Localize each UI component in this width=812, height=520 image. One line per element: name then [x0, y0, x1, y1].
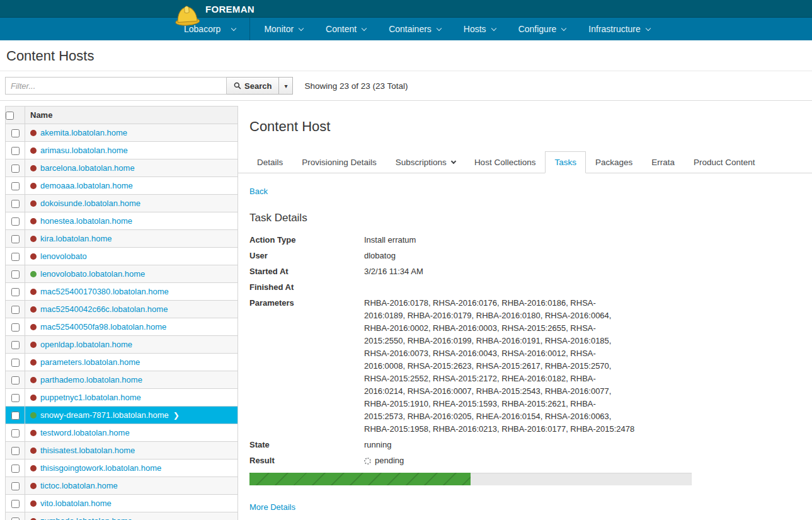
- row-checkbox[interactable]: [11, 165, 20, 173]
- row-checkbox[interactable]: [11, 253, 20, 261]
- row-checkbox[interactable]: [11, 235, 20, 243]
- host-link[interactable]: arimasu.lobatolan.home: [40, 146, 128, 155]
- host-link[interactable]: testword.lobatolan.home: [40, 428, 130, 437]
- row-checkbox[interactable]: [11, 341, 20, 349]
- nav-item[interactable]: Monitor: [253, 18, 314, 40]
- select-all-checkbox[interactable]: [6, 112, 14, 120]
- table-row[interactable]: tictoc.lobatolan.home❯: [6, 477, 238, 495]
- nav-item[interactable]: Hosts: [452, 18, 507, 40]
- row-checkbox[interactable]: [11, 517, 20, 520]
- table-row[interactable]: lenovolobato❯: [6, 248, 238, 265]
- host-link[interactable]: openldap.lobatolan.home: [40, 340, 132, 349]
- host-link[interactable]: parthademo.lobatolan.home: [40, 375, 142, 384]
- search-input[interactable]: [5, 77, 227, 95]
- table-row[interactable]: mac52540050fa98.lobatolan.home❯: [6, 318, 238, 336]
- host-link[interactable]: akemita.lobatolan.home: [40, 128, 127, 137]
- tab[interactable]: Errata: [642, 151, 684, 173]
- table-row[interactable]: dokoisunde.lobatolan.home❯: [6, 195, 238, 212]
- table-row[interactable]: openldap.lobatolan.home❯: [6, 336, 238, 354]
- host-link[interactable]: thisisatest.lobatolan.home: [40, 446, 135, 455]
- back-link[interactable]: Back: [249, 187, 268, 196]
- row-checkbox[interactable]: [11, 359, 20, 367]
- table-row[interactable]: zumbado.lobatolan.home❯: [6, 512, 238, 520]
- host-link[interactable]: thisisgoingtowork.lobatolan.home: [40, 463, 161, 473]
- row-checkbox[interactable]: [11, 200, 20, 208]
- host-link[interactable]: demoaaa.lobatolan.home: [40, 181, 133, 190]
- row-checkbox[interactable]: [11, 129, 20, 137]
- table-row[interactable]: demoaaa.lobatolan.home❯: [6, 177, 238, 195]
- tab[interactable]: Packages: [586, 151, 642, 173]
- row-checkbox[interactable]: [11, 217, 20, 226]
- host-link[interactable]: barcelona.lobatolan.home: [40, 163, 135, 173]
- table-row[interactable]: honestea.lobatolan.home❯: [6, 212, 238, 230]
- row-checkbox[interactable]: [11, 270, 20, 279]
- nav-item[interactable]: Containers: [377, 18, 452, 40]
- host-link[interactable]: parameters.lobatolan.home: [40, 357, 140, 367]
- status-dot: [30, 183, 37, 189]
- row-checkbox-cell: [6, 177, 25, 195]
- host-link[interactable]: honestea.lobatolan.home: [40, 216, 132, 226]
- table-row[interactable]: akemita.lobatolan.home❯: [6, 124, 238, 142]
- host-link[interactable]: vito.lobatolan.home: [40, 499, 112, 508]
- tab[interactable]: Subscriptions: [386, 151, 465, 173]
- task-field-row: User dlobatog: [249, 250, 812, 262]
- row-checkbox-cell: [6, 301, 25, 318]
- host-link[interactable]: mac52540050fa98.lobatolan.home: [40, 322, 166, 332]
- field-value-text: Install erratum: [364, 235, 416, 245]
- host-link[interactable]: lenovolobato: [40, 251, 87, 261]
- field-label: Parameters: [249, 297, 364, 436]
- host-link[interactable]: puppetnyc1.lobatolan.home: [40, 393, 141, 402]
- more-details-link[interactable]: More Details: [249, 502, 295, 512]
- table-row[interactable]: parthademo.lobatolan.home❯: [6, 371, 238, 389]
- tab[interactable]: Host Collections: [465, 151, 546, 173]
- row-checkbox[interactable]: [11, 500, 20, 508]
- tab[interactable]: Provisioning Details: [292, 151, 386, 173]
- row-checkbox[interactable]: [11, 323, 20, 332]
- search-button[interactable]: Search: [227, 77, 279, 95]
- host-link[interactable]: tictoc.lobatolan.home: [40, 481, 118, 490]
- row-checkbox[interactable]: [11, 482, 20, 490]
- row-checkbox[interactable]: [11, 182, 20, 190]
- table-row[interactable]: kira.lobatolan.home❯: [6, 230, 238, 248]
- row-checkbox[interactable]: [11, 394, 20, 402]
- content-area: Name akemita.lobatolan.home❯ arimas: [0, 101, 812, 520]
- table-row[interactable]: arimasu.lobatolan.home❯: [6, 142, 238, 159]
- tab[interactable]: Product Content: [684, 151, 765, 173]
- host-link[interactable]: mac52540042c66c.lobatolan.home: [40, 304, 168, 314]
- table-row[interactable]: parameters.lobatolan.home❯: [6, 354, 238, 371]
- table-row[interactable]: puppetnyc1.lobatolan.home❯: [6, 389, 238, 407]
- tab[interactable]: Tasks: [545, 151, 586, 173]
- row-checkbox[interactable]: [11, 429, 20, 437]
- row-checkbox[interactable]: [11, 465, 20, 473]
- nav-item[interactable]: Content: [314, 18, 377, 40]
- host-link[interactable]: mac525400170380.lobatolan.home: [40, 287, 169, 296]
- row-checkbox[interactable]: [11, 376, 20, 384]
- tab[interactable]: Details: [248, 151, 292, 173]
- row-checkbox[interactable]: [11, 306, 20, 314]
- table-row[interactable]: mac525400170380.lobatolan.home❯: [6, 283, 238, 301]
- table-row[interactable]: testword.lobatolan.home❯: [6, 424, 238, 442]
- search-options-button[interactable]: ▾: [279, 77, 293, 95]
- table-row[interactable]: thisisatest.lobatolan.home❯: [6, 442, 238, 459]
- host-link[interactable]: dokoisunde.lobatolan.home: [40, 199, 140, 208]
- table-row[interactable]: thisisgoingtowork.lobatolan.home❯: [6, 459, 238, 477]
- host-link[interactable]: lenovolobato.lobatolan.home: [40, 269, 145, 279]
- table-row[interactable]: snowy-dream-7871.lobatolan.home❯: [6, 407, 238, 424]
- host-link[interactable]: zumbado.lobatolan.home: [40, 516, 132, 520]
- content-host-panel: Content Host Details Provisioning Detail…: [238, 101, 812, 512]
- row-checkbox[interactable]: [11, 288, 20, 296]
- host-link[interactable]: kira.lobatolan.home: [40, 234, 112, 243]
- row-checkbox[interactable]: [11, 447, 20, 455]
- field-value: dlobatog: [364, 250, 635, 262]
- row-checkbox[interactable]: [11, 147, 20, 155]
- table-row[interactable]: barcelona.lobatolan.home❯: [6, 159, 238, 177]
- status-dot: [30, 395, 37, 401]
- table-row[interactable]: mac52540042c66c.lobatolan.home❯: [6, 301, 238, 318]
- row-checkbox[interactable]: [11, 412, 20, 420]
- nav-item[interactable]: Infrastructure: [577, 18, 661, 40]
- table-row[interactable]: vito.lobatolan.home❯: [6, 495, 238, 512]
- table-row[interactable]: lenovolobato.lobatolan.home❯: [6, 265, 238, 283]
- host-link[interactable]: snowy-dream-7871.lobatolan.home: [40, 410, 169, 420]
- foreman-brand[interactable]: FOREMAN: [174, 1, 254, 29]
- nav-item[interactable]: Configure: [507, 18, 578, 40]
